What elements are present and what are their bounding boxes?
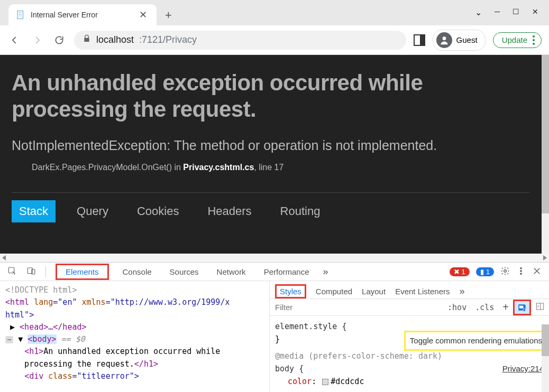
svg-point-4 <box>442 36 446 40</box>
tab-elements[interactable]: Elements <box>61 263 103 281</box>
computed-panel-icon[interactable] <box>531 300 549 315</box>
more-tabs-icon[interactable]: » <box>323 266 328 277</box>
omnibox[interactable]: localhost:7121/Privacy <box>74 31 406 50</box>
tab-styles[interactable]: Styles <box>280 287 301 296</box>
profile-pill[interactable]: Guest <box>433 30 486 51</box>
source-link[interactable]: Privacy:214 <box>502 362 544 375</box>
error-heading: An unhandled exception occurred while pr… <box>12 70 530 123</box>
dom-tree[interactable]: <!DOCTYPE html> <html lang="en" xmlns="h… <box>0 281 270 392</box>
vertical-scrollbar[interactable] <box>542 55 549 254</box>
svg-point-10 <box>520 270 522 272</box>
tab-cookies[interactable]: Cookies <box>130 200 186 222</box>
menu-dots-icon <box>533 35 535 45</box>
tab-network[interactable]: Network <box>213 263 250 281</box>
error-page: An unhandled exception occurred while pr… <box>0 55 542 254</box>
tab-performance[interactable]: Performance <box>260 263 314 281</box>
minimize-icon[interactable]: ─ <box>495 7 500 17</box>
svg-point-9 <box>520 267 522 269</box>
page-viewport: An unhandled exception occurred while pr… <box>0 55 549 254</box>
new-tab-button[interactable]: + <box>157 8 180 22</box>
avatar-icon <box>436 32 452 48</box>
reader-mode-icon[interactable] <box>414 34 425 46</box>
error-badge[interactable]: ✖ 1 <box>450 267 470 276</box>
close-window-icon[interactable]: ✕ <box>532 7 538 17</box>
tab-sources[interactable]: Sources <box>166 263 203 281</box>
maximize-icon[interactable]: ☐ <box>513 7 519 17</box>
styles-pane: Styles Computed Layout Event Listeners »… <box>270 281 549 392</box>
favicon-icon <box>16 10 25 20</box>
rendering-emulation-button[interactable] <box>513 300 531 315</box>
address-bar: localhost:7121/Privacy Guest Update <box>0 25 549 55</box>
devtools-body: <!DOCTYPE html> <html lang="en" xmlns="h… <box>0 281 549 392</box>
filter-input[interactable] <box>270 300 443 315</box>
guest-label: Guest <box>456 35 478 44</box>
new-rule-button[interactable]: + <box>498 299 513 315</box>
titlebar: Internal Server Error ✕ + ⌄ ─ ☐ ✕ <box>0 0 549 25</box>
update-button[interactable]: Update <box>493 32 542 48</box>
styles-scrollbar[interactable] <box>542 324 549 392</box>
exception-message: NotImplementedException: The method or o… <box>12 138 530 153</box>
svg-point-11 <box>520 273 522 274</box>
issue-badge[interactable]: ▮ 1 <box>476 267 494 276</box>
browser-tab[interactable]: Internal Server Error ✕ <box>8 4 157 25</box>
tab-strip: Internal Server Error ✕ + <box>0 0 475 25</box>
tab-headers[interactable]: Headers <box>200 200 259 222</box>
stack-source: DarkEx.Pages.PrivacyModel.OnGet() in Pri… <box>12 163 530 172</box>
tab-query[interactable]: Query <box>69 200 116 222</box>
devtools: Elements Console Sources Network Perform… <box>0 262 549 392</box>
svg-point-8 <box>504 269 507 272</box>
tab-close-icon[interactable]: ✕ <box>137 9 149 21</box>
tab-layout[interactable]: Layout <box>362 287 386 296</box>
styles-tabbar: Styles Computed Layout Event Listeners » <box>270 281 549 299</box>
window-controls: ⌄ ─ ☐ ✕ <box>475 0 549 17</box>
tab-console[interactable]: Console <box>118 263 156 281</box>
inspect-icon[interactable] <box>7 266 17 277</box>
error-tabs: Stack Query Cookies Headers Routing <box>12 192 530 222</box>
chevron-down-icon[interactable]: ⌄ <box>475 7 482 17</box>
tab-title: Internal Server Error <box>31 11 132 19</box>
horizontal-scrollbar[interactable] <box>0 254 549 262</box>
hov-toggle[interactable]: :hov <box>443 301 471 314</box>
update-label: Update <box>502 35 527 44</box>
tab-stack[interactable]: Stack <box>12 200 56 222</box>
reload-button[interactable] <box>52 33 67 48</box>
tab-event-listeners[interactable]: Event Listeners <box>395 287 450 296</box>
svg-rect-0 <box>17 11 23 19</box>
device-toggle-icon[interactable] <box>26 266 36 277</box>
kebab-menu-icon[interactable] <box>516 266 526 277</box>
devtools-close-icon[interactable] <box>532 266 542 277</box>
tab-computed[interactable]: Computed <box>316 287 352 296</box>
url-host: localhost <box>96 34 134 45</box>
svg-point-13 <box>523 309 526 311</box>
tooltip: Toggle common rendering emulations <box>404 331 548 351</box>
svg-rect-12 <box>519 305 524 308</box>
url-path: :7121/Privacy <box>139 34 197 45</box>
more-styles-tabs-icon[interactable]: » <box>460 286 465 297</box>
lock-icon <box>83 34 91 45</box>
styles-filter-row: :hov .cls + <box>270 299 549 316</box>
cls-toggle[interactable]: .cls <box>471 301 498 314</box>
settings-icon[interactable] <box>500 266 510 277</box>
tab-routing[interactable]: Routing <box>273 200 328 222</box>
forward-button <box>30 33 44 48</box>
devtools-tabbar: Elements Console Sources Network Perform… <box>0 263 549 281</box>
back-button[interactable] <box>7 33 22 48</box>
css-rules[interactable]: Toggle common rendering emulations eleme… <box>270 316 549 392</box>
